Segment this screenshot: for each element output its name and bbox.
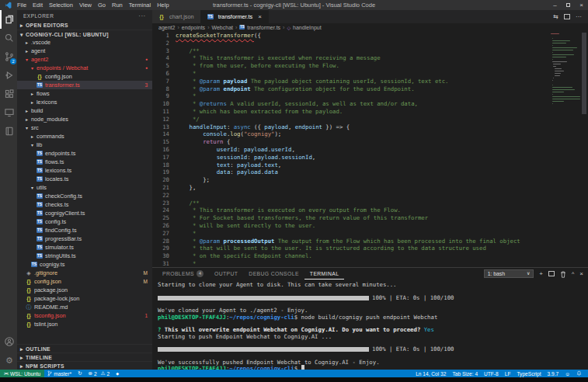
- tree-item[interactable]: ▸node_modules: [17, 115, 152, 123]
- settings-gear-icon[interactable]: ⚙: [0, 351, 17, 370]
- code-line[interactable]: *: [176, 92, 588, 100]
- tree-item[interactable]: ▸build: [17, 106, 152, 115]
- code-line[interactable]: /**: [176, 47, 588, 55]
- breadcrumb-item[interactable]: Webchat: [211, 25, 233, 30]
- tree-item[interactable]: TSprogressBar.ts: [17, 234, 152, 243]
- code-line[interactable]: * This transformer is executed on every …: [176, 207, 588, 214]
- code-editor[interactable]: 1234567891011121314151617181920212223242…: [152, 31, 588, 267]
- source-control-icon[interactable]: 2: [0, 47, 17, 66]
- workspace-root[interactable]: ▾COGNIGY-CLI [WSL: UBUNTU]: [17, 30, 152, 38]
- tree-item[interactable]: TSflows.ts: [17, 158, 152, 166]
- code-line[interactable]: data: payload.data: [176, 168, 588, 176]
- tree-item[interactable]: {}config.json: [17, 72, 152, 81]
- tree-item[interactable]: TSchecks.ts: [17, 200, 152, 209]
- kill-terminal-icon[interactable]: [560, 267, 566, 281]
- code-content[interactable]: createSocketTransformer({ /** * This tra…: [176, 31, 588, 267]
- account-icon[interactable]: [0, 332, 17, 351]
- menu-edit[interactable]: Edit: [30, 2, 46, 9]
- menu-help[interactable]: Help: [154, 2, 172, 9]
- tree-item[interactable]: ▾src: [17, 123, 152, 132]
- status-item[interactable]: UTF-8: [481, 371, 502, 377]
- code-line[interactable]: * from the user, before executing the Fl…: [176, 62, 588, 70]
- more-actions-icon[interactable]: ···: [576, 13, 582, 20]
- code-line[interactable]: * will be sent directly to the user.: [176, 222, 588, 230]
- tree-item[interactable]: TScognigy.ts: [17, 260, 152, 269]
- tree-item[interactable]: TScognigyClient.ts: [17, 209, 152, 217]
- tree-item[interactable]: ◈.gitignoreM: [17, 269, 152, 277]
- code-line[interactable]: * @returns A valid userId, sessionId, as…: [176, 100, 588, 108]
- code-line[interactable]: },: [176, 184, 588, 192]
- feedback-smiley-icon[interactable]: ☺: [562, 371, 573, 377]
- new-terminal-icon[interactable]: +: [539, 270, 543, 277]
- tree-item[interactable]: TSstringUtils.ts: [17, 252, 152, 260]
- tree-item[interactable]: {}config.jsonM: [17, 277, 152, 286]
- close-tab-icon[interactable]: ×: [258, 13, 262, 20]
- close-panel-icon[interactable]: ×: [579, 270, 583, 277]
- status-item[interactable]: Ln 14, Col 32: [412, 371, 449, 377]
- menu-file[interactable]: File: [14, 2, 30, 9]
- book-icon[interactable]: [0, 122, 17, 141]
- minimize-icon[interactable]: –: [548, 0, 562, 10]
- code-line[interactable]: * @param processedOutput The output from…: [176, 238, 588, 245]
- code-line[interactable]: handleInput: async ({ payload, endpoint …: [176, 123, 588, 131]
- remote-indicator[interactable]: >< WSL: Ubuntu: [0, 370, 44, 377]
- problems-summary[interactable]: ⊗ 2 ⚠ 2: [85, 370, 113, 377]
- code-line[interactable]: createSocketTransformer({: [176, 32, 588, 40]
- tab-transformer.ts[interactable]: TStransformer.ts×: [201, 10, 269, 23]
- shell-selector[interactable]: 1: bash ∨: [484, 269, 534, 278]
- menu-terminal[interactable]: Terminal: [126, 2, 154, 9]
- maximize-icon[interactable]: [562, 0, 575, 10]
- code-line[interactable]: console.log("cognigy");: [176, 130, 588, 138]
- open-editors-section[interactable]: ▸OPEN EDITORS: [17, 21, 152, 30]
- tree-item[interactable]: ▾lib: [17, 141, 152, 149]
- code-line[interactable]: [176, 192, 588, 200]
- code-line[interactable]: /**: [176, 200, 588, 207]
- breadcrumb-item[interactable]: agent2: [158, 25, 175, 30]
- code-line[interactable]: userId: payload.userId,: [176, 146, 588, 154]
- code-line[interactable]: *: [176, 230, 588, 238]
- section-timeline[interactable]: ▸TIMELINE: [17, 352, 152, 361]
- tree-item[interactable]: {}tsconfig.json1: [17, 311, 152, 320]
- code-line[interactable]: */: [176, 116, 588, 123]
- menu-go[interactable]: Go: [95, 2, 109, 9]
- tab-chart.json[interactable]: {}chart.json: [152, 10, 201, 23]
- tree-item[interactable]: TScheckConfig.ts: [17, 192, 152, 200]
- search-icon[interactable]: [0, 29, 17, 47]
- tree-item[interactable]: TSendpoints.ts: [17, 149, 152, 158]
- menu-view[interactable]: View: [76, 2, 95, 9]
- status-item[interactable]: TypeScript: [513, 371, 544, 377]
- code-line[interactable]: * @param payload The payload object cont…: [176, 78, 588, 85]
- tree-item[interactable]: {}package.json: [17, 286, 152, 294]
- code-line[interactable]: *: [176, 70, 588, 78]
- code-line[interactable]: };: [176, 176, 588, 184]
- code-line[interactable]: * For Socket based transformers, the ret…: [176, 214, 588, 222]
- split-editor-icon[interactable]: [564, 14, 570, 19]
- run-debug-icon[interactable]: [0, 66, 17, 85]
- tree-item[interactable]: ▾endpoints / Webchat●: [17, 64, 152, 72]
- tree-item[interactable]: ▸lexicons: [17, 98, 152, 106]
- open-changes-icon[interactable]: ⇆: [553, 13, 558, 20]
- tree-item[interactable]: ▸agent: [17, 47, 152, 55]
- status-item[interactable]: Tab Size: 4: [449, 371, 481, 377]
- section-outline[interactable]: ▸OUTLINE: [17, 344, 152, 352]
- code-line[interactable]: return {: [176, 138, 588, 146]
- menu-run[interactable]: Run: [109, 2, 126, 9]
- menu-selection[interactable]: Selection: [46, 2, 76, 9]
- panel-tab-problems[interactable]: PROBLEMS4: [157, 268, 209, 280]
- code-line[interactable]: *: [176, 260, 588, 267]
- minimap[interactable]: [549, 31, 580, 267]
- editor-scrollbar[interactable]: [580, 31, 588, 267]
- code-line[interactable]: [176, 40, 588, 47]
- tree-item[interactable]: TSlexicons.ts: [17, 166, 152, 175]
- tree-item[interactable]: {}tslint.json: [17, 320, 152, 328]
- code-line[interactable]: * that will be sent to the user. It is s…: [176, 245, 588, 252]
- code-line[interactable]: * on the specific Endpoint channel.: [176, 252, 588, 260]
- tree-item[interactable]: {}package-lock.json: [17, 294, 152, 303]
- tree-item[interactable]: TSlocales.ts: [17, 175, 152, 183]
- breadcrumb-item[interactable]: endpoints: [182, 25, 205, 30]
- extensions-icon[interactable]: [0, 85, 17, 103]
- explorer-icon[interactable]: [0, 10, 17, 29]
- sidebar-more-actions-icon[interactable]: ···: [139, 13, 147, 19]
- section-npm-scripts[interactable]: ▸NPM SCRIPTS: [17, 361, 152, 370]
- tree-item[interactable]: TSsimulator.ts: [17, 243, 152, 252]
